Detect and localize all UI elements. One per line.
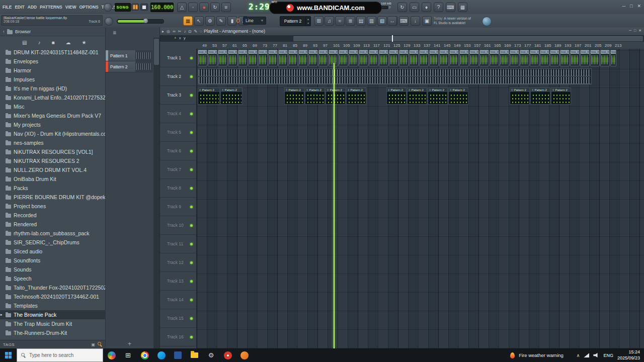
slide-icon[interactable]: ↔ [387, 16, 397, 26]
speaker-icon[interactable] [593, 353, 599, 358]
track-mute-led[interactable] [190, 187, 193, 190]
audio-clip[interactable]: loop_ttle [208, 50, 217, 66]
audio-clip[interactable]: loop_ttle [500, 50, 509, 66]
browser-item[interactable]: Templates [0, 301, 105, 310]
touch-icon[interactable]: ▦ [458, 3, 467, 12]
browser-item[interactable]: NiKUTRAX RESOURCES 2 [0, 156, 105, 165]
stop-button[interactable] [140, 4, 148, 11]
playlist-tool-icon[interactable]: ▦ [183, 16, 193, 26]
track-mute-led[interactable] [190, 299, 193, 301]
pattern-clip[interactable]: ≡Pattern 2 [551, 87, 571, 105]
tag-box-icon[interactable]: ▣ [91, 342, 95, 347]
track-header[interactable]: Track 5 [160, 123, 196, 142]
clip-menu-icon[interactable]: ≡ [222, 88, 224, 92]
metronome-icon[interactable]: △ [177, 3, 187, 12]
pan-knob[interactable] [105, 17, 113, 26]
clip-menu-icon[interactable]: ≡ [409, 88, 411, 92]
track-header[interactable]: Track 1 [160, 49, 196, 67]
browser-item[interactable]: ▸The Brownie Pack [0, 310, 105, 319]
close-icon[interactable]: ✕ [637, 4, 641, 9]
clip-menu-icon[interactable]: ≡ [306, 88, 308, 92]
browser-item[interactable]: Harmor [0, 66, 105, 75]
browser-item[interactable]: Konami_Lethal Enfo..241020T172753Z-001 [0, 93, 105, 102]
audio-clip[interactable]: loop_ttle [349, 50, 358, 66]
bandicam-icon[interactable] [219, 348, 236, 362]
maximize-icon[interactable]: □ [634, 29, 636, 33]
clip-menu-icon[interactable]: ≡ [532, 88, 534, 92]
browser-item[interactable]: Mixer's Mega Genesis Drum Pack V7 [0, 111, 105, 120]
clip-menu-icon[interactable]: ≡ [388, 88, 390, 92]
clip-menu-icon[interactable]: ≡ [429, 88, 431, 92]
timeline-ruler[interactable]: 4953576165697377818589939710110510911311… [160, 42, 644, 49]
typing-icon[interactable]: ⌨ [399, 16, 409, 26]
clip-menu-icon[interactable]: ≡ [286, 88, 288, 92]
playlist-window-icon[interactable]: ▤ [356, 16, 366, 26]
minimize-icon[interactable]: ─ [629, 29, 631, 33]
audio-clip[interactable]: loop_ttle [419, 50, 429, 66]
audio-clip[interactable]: loop_ttle [429, 50, 439, 66]
hscroll-handle[interactable] [293, 36, 643, 41]
browser-item[interactable]: PIERRE BOURNE DRUM KIT @dopekit [0, 193, 105, 202]
clip-menu-icon[interactable]: ≡ [511, 88, 513, 92]
pattern-item[interactable]: Pattern 1 [106, 50, 153, 61]
track-header[interactable]: Track 6 [160, 142, 196, 160]
audio-clip[interactable]: loop_ttle [490, 50, 499, 66]
globe-icon[interactable] [482, 17, 492, 26]
audio-clip[interactable]: loop_ttle [198, 50, 207, 66]
audio-clip[interactable]: loop_ttle [298, 50, 308, 66]
browser-item[interactable]: Sliced audio [0, 247, 105, 256]
browser-item[interactable]: My projects [0, 120, 105, 129]
pattern-spinner[interactable]: ▲▼ [305, 17, 310, 25]
pattern-clip[interactable]: ≡Pattern 2 [326, 87, 346, 105]
wrench-icon[interactable]: ⚙ [205, 16, 215, 26]
pattern-clip[interactable]: ≡Pattern 2 [305, 87, 325, 105]
focus-icon[interactable]: ◎ [167, 30, 170, 34]
menu-edit[interactable]: EDIT [15, 5, 24, 10]
file-icon[interactable]: ▤ [22, 40, 27, 45]
menu-patterns[interactable]: PATTERNS [40, 5, 62, 10]
audio-clip[interactable]: loop_ttle [369, 50, 378, 66]
add-pattern-button[interactable]: + [128, 340, 131, 347]
audio-clip[interactable]: loop_ttle [399, 50, 409, 66]
pattern-clip[interactable]: ≡Pattern 2 [346, 87, 366, 105]
menu-file[interactable]: FILE [3, 5, 12, 10]
audio-clip[interactable]: loop_ttle [520, 50, 529, 66]
browser-item[interactable]: Misc [0, 102, 105, 111]
track-mute-led[interactable] [190, 206, 193, 208]
audio-clip[interactable]: loop_ttle [248, 50, 258, 66]
clip-menu-icon[interactable]: ≡ [327, 88, 329, 92]
audio-clip[interactable]: loop_ttle [278, 50, 288, 66]
main-volume-knob[interactable] [104, 3, 112, 12]
audio-clip[interactable]: loop_ttle [479, 50, 489, 66]
browser-item[interactable]: NiKUTRAX RESOURCES [VOL1] [0, 147, 105, 156]
update-icon[interactable]: ↻ [397, 3, 407, 12]
browser-item[interactable]: Project bones [0, 202, 105, 211]
browser-item[interactable]: Soundfonts [0, 256, 105, 265]
piano-roll-icon[interactable]: ♫ [325, 16, 334, 26]
fl-studio-icon[interactable] [236, 348, 253, 362]
browser-item[interactable]: Technosoft-20241020T173446Z-001 [0, 292, 105, 301]
pattern-clip[interactable]: ≡Pattern 2 [407, 87, 427, 105]
track-header[interactable]: Track 12 [160, 253, 196, 272]
audio-clip[interactable]: loop_ttle [469, 50, 479, 66]
settings-icon[interactable]: ⚙ [203, 348, 219, 362]
cart-icon[interactable]: ▣ [422, 16, 432, 26]
file-explorer-icon[interactable] [186, 348, 203, 362]
edge-icon[interactable] [153, 348, 170, 362]
pencil-icon[interactable]: ✎ [216, 16, 226, 26]
chrome-icon[interactable] [136, 348, 153, 362]
step-edit-icon[interactable]: ≡ [221, 3, 231, 12]
menu-options[interactable]: OPTIONS [79, 5, 99, 10]
track-mute-led[interactable] [190, 57, 193, 59]
audio-clip[interactable]: loop_ttle [439, 50, 449, 66]
browser-item[interactable]: Envelopes [0, 57, 105, 66]
clip-menu-icon[interactable]: ≡ [199, 88, 201, 92]
close-icon[interactable]: ✕ [638, 29, 641, 33]
browser-item[interactable]: DRUM KIT-20240315T114848Z-001 [0, 48, 105, 57]
clip-menu-icon[interactable]: ≡ [450, 88, 452, 92]
track-header[interactable]: Track 14 [160, 291, 196, 309]
audio-clip[interactable]: loop_ttle [379, 50, 388, 66]
picker-grip[interactable]: ≣ [106, 28, 159, 38]
browser-item[interactable]: Taito_Thunder Fox-20241020T172250Z-001 [0, 283, 105, 292]
audio-clip[interactable]: loop_ttle [238, 50, 248, 66]
